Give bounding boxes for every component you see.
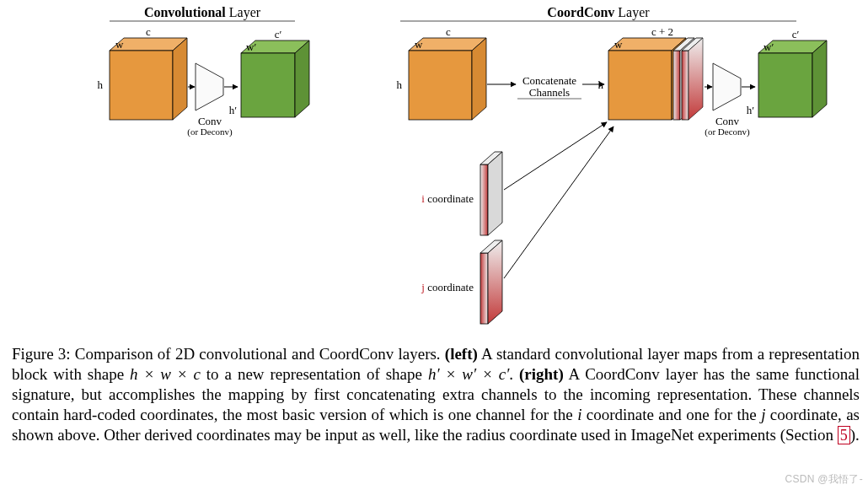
- svg-marker-26: [488, 152, 502, 235]
- page: Convolutional Layer c w h Conv (or Decon…: [0, 0, 868, 490]
- cc-op-label: Conv: [715, 115, 740, 127]
- conv-output-block: c′ w′ h′: [229, 28, 309, 117]
- conv-layer-group: Convolutional Layer c w h Conv (or Decon…: [98, 5, 310, 137]
- i-coord-label: i coordinate: [421, 192, 474, 205]
- conv-in-h: h: [98, 78, 104, 91]
- figure-caption: Figure 3: Comparison of 2D convolutional…: [12, 344, 860, 445]
- svg-rect-5: [241, 53, 295, 117]
- cc-out-w: w′: [764, 40, 774, 53]
- coordconv-op: Conv (or Deconv): [705, 63, 750, 137]
- cc-out-c: c′: [792, 28, 800, 40]
- conv-op-label: Conv: [198, 115, 222, 127]
- svg-marker-9: [472, 38, 486, 120]
- svg-rect-14: [673, 51, 680, 120]
- cc-mid-w: w: [614, 38, 623, 51]
- coordconv-input-block: c w h: [397, 25, 487, 120]
- cc-in-c: c: [446, 25, 451, 38]
- caption-left-2: to a new representation of shape: [201, 365, 428, 383]
- caption-fig: Figure 3: Comparison of 2D convolutional…: [12, 345, 445, 363]
- svg-rect-12: [608, 51, 672, 120]
- svg-marker-19: [689, 38, 703, 120]
- svg-marker-20: [713, 63, 741, 110]
- concat-line1: Concatenate: [522, 74, 576, 87]
- caption-shape-in: h × w × c: [130, 365, 201, 383]
- conv-in-w: w: [115, 38, 124, 51]
- svg-marker-3: [196, 63, 223, 110]
- section-link[interactable]: 5: [838, 426, 850, 444]
- coordconv-output-block: c′ w′ h′: [747, 28, 827, 117]
- coordconv-layer-group: CoordConv Layer c w h Concatenate Channe…: [397, 5, 828, 324]
- concat-label: Concatenate Channels: [517, 74, 581, 99]
- svg-marker-6: [295, 40, 309, 117]
- svg-marker-23: [812, 40, 827, 117]
- cc-mid-c: c + 2: [651, 25, 673, 38]
- caption-right-bold: (right): [519, 365, 564, 383]
- svg-rect-17: [682, 51, 689, 120]
- svg-rect-1: [110, 51, 173, 120]
- caption-right-4: ).: [850, 426, 860, 444]
- diagram-area: Convolutional Layer c w h Conv (or Decon…: [0, 0, 868, 337]
- svg-rect-8: [409, 51, 472, 120]
- caption-right-2: coordinate and one for the: [581, 406, 761, 423]
- conv-op-sub: (or Deconv): [187, 127, 233, 137]
- coordconv-title: CoordConv Layer: [547, 5, 650, 20]
- conv-out-c: c′: [275, 28, 282, 40]
- j-coord-slab: j coordinate: [421, 240, 502, 324]
- cc-mid-h: h: [598, 78, 604, 91]
- caption-shape-out: h′ × w′ × c′: [428, 365, 509, 383]
- conv-in-c: c: [146, 25, 151, 38]
- concat-line2: Channels: [529, 86, 570, 99]
- svg-marker-29: [488, 240, 502, 324]
- conv-op: Conv (or Deconv): [187, 63, 233, 137]
- svg-marker-2: [173, 38, 187, 120]
- coordconv-mid-block: c + 2 w h: [598, 25, 704, 120]
- cc-in-w: w: [415, 38, 423, 51]
- svg-rect-22: [758, 53, 812, 117]
- cc-out-h: h′: [747, 104, 755, 116]
- conv-input-block: c w h: [98, 25, 188, 120]
- conv-out-w: w′: [246, 40, 256, 53]
- conv-out-h: h′: [229, 104, 238, 116]
- svg-rect-24: [480, 164, 488, 235]
- i-coord-slab: i coordinate: [421, 152, 502, 235]
- cc-in-h: h: [397, 78, 403, 91]
- j-coord-label: j coordinate: [421, 281, 474, 293]
- svg-rect-27: [480, 253, 488, 324]
- diagram-svg: Convolutional Layer c w h Conv (or Decon…: [0, 0, 868, 337]
- conv-title: Convolutional Layer: [144, 5, 261, 20]
- watermark: CSDN @我悟了-: [785, 472, 863, 487]
- arrow-j-coord: [504, 127, 613, 278]
- caption-left-3: .: [509, 365, 519, 383]
- caption-left-bold: (left): [445, 345, 478, 363]
- cc-op-sub: (or Deconv): [705, 127, 750, 137]
- arrow-i-coord: [504, 122, 607, 190]
